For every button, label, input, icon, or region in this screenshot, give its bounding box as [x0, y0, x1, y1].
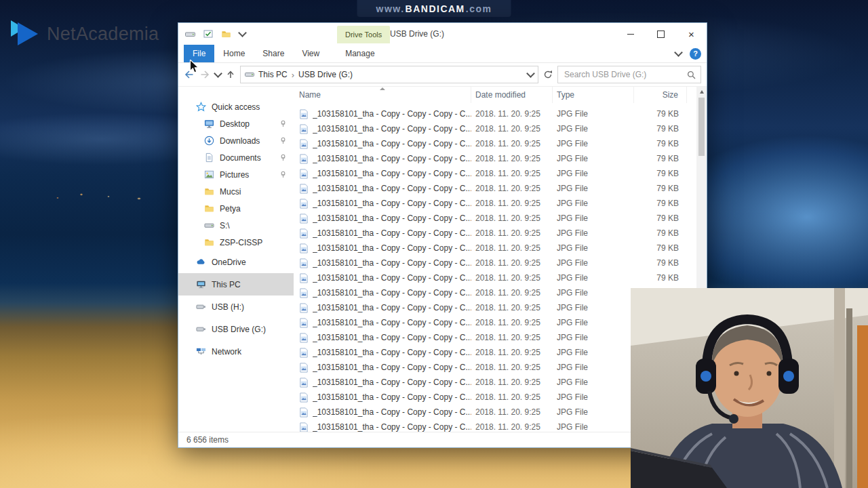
webcam-overlay: [631, 288, 868, 488]
file-size: 79 KB: [634, 214, 687, 223]
file-size: 79 KB: [634, 124, 687, 134]
sidebar-item-mucsi[interactable]: Mucsi: [178, 183, 294, 200]
file-name: _103158101_tha - Copy - Copy - Copy - C.…: [313, 109, 471, 119]
sidebar-item-onedrive[interactable]: OneDrive: [178, 251, 294, 273]
sidebar-item-s[interactable]: S:\: [178, 217, 294, 234]
breadcrumb-this-pc[interactable]: This PC: [258, 70, 288, 79]
maximize-button[interactable]: [646, 23, 676, 45]
new-folder-icon[interactable]: [221, 30, 231, 39]
file-type: JPG File: [553, 214, 634, 223]
scroll-up-icon[interactable]: [696, 87, 707, 96]
file-date: 2018. 11. 20. 9:25: [471, 184, 553, 193]
help-button[interactable]: ?: [690, 48, 701, 60]
sidebar-item-petya[interactable]: Petya: [178, 200, 294, 217]
sidebar-item-label: S:\: [220, 221, 230, 230]
sidebar-item-pictures[interactable]: Pictures: [178, 166, 294, 183]
file-type: JPG File: [553, 184, 634, 193]
jpg-file-icon: [299, 422, 309, 432]
sidebar-item-network[interactable]: Network: [178, 340, 294, 363]
search-icon[interactable]: [687, 70, 696, 79]
file-type: JPG File: [553, 139, 634, 148]
address-dropdown-chevron-icon[interactable]: [526, 69, 535, 78]
file-row[interactable]: _103158101_tha - Copy - Copy - Copy - C.…: [294, 106, 696, 121]
window-title: USB Drive (G:): [390, 23, 444, 45]
minimize-icon: [627, 34, 634, 35]
breadcrumb-usb-drive[interactable]: USB Drive (G:): [298, 70, 353, 79]
tab-share[interactable]: Share: [254, 45, 293, 62]
sidebar-item-desktop[interactable]: Desktop: [178, 115, 294, 132]
search-box: [557, 66, 701, 83]
usb-icon: [196, 324, 206, 334]
file-row[interactable]: _103158101_tha - Copy - Copy - Copy - C.…: [294, 151, 696, 166]
refresh-button[interactable]: [543, 70, 553, 79]
file-row[interactable]: _103158101_tha - Copy - Copy - Copy - C.…: [294, 181, 696, 196]
pin-icon: [279, 120, 287, 127]
jpg-file-icon: [299, 392, 309, 403]
file-size: 79 KB: [634, 109, 687, 119]
pin-icon: [279, 171, 287, 178]
file-row[interactable]: _103158101_tha - Copy - Copy - Copy - C.…: [294, 256, 696, 270]
pc-icon: [196, 279, 206, 289]
properties-icon[interactable]: [203, 29, 213, 39]
expand-ribbon-chevron-icon[interactable]: [674, 48, 683, 57]
jpg-file-icon: [299, 184, 309, 194]
sidebar-item-label: Downloads: [220, 136, 260, 146]
drive-icon: [204, 220, 214, 230]
file-type: JPG File: [553, 333, 634, 342]
file-row[interactable]: _103158101_tha - Copy - Copy - Copy - C.…: [294, 211, 696, 226]
file-row[interactable]: _103158101_tha - Copy - Copy - Copy - C.…: [294, 121, 696, 136]
sort-ascending-icon: [380, 87, 385, 90]
file-date: 2018. 11. 20. 9:25: [471, 169, 553, 178]
file-type: JPG File: [553, 407, 634, 417]
search-input[interactable]: [563, 69, 684, 80]
tab-manage[interactable]: Manage: [336, 45, 383, 62]
file-name: _103158101_tha - Copy - Copy - Copy - C.…: [313, 318, 471, 327]
file-row[interactable]: _103158101_tha - Copy - Copy - Copy - C.…: [294, 226, 696, 241]
tab-home[interactable]: Home: [214, 45, 254, 62]
close-button[interactable]: ×: [676, 23, 707, 45]
sidebar-item-usb-h[interactable]: USB (H:): [178, 296, 294, 318]
file-row[interactable]: _103158101_tha - Copy - Copy - Copy - C.…: [294, 270, 696, 285]
file-date: 2018. 11. 20. 9:25: [471, 273, 553, 283]
system-drive-icon[interactable]: [185, 30, 195, 39]
netacademia-logo: NetAcademia: [9, 19, 159, 49]
scrollbar-thumb[interactable]: [698, 98, 705, 156]
file-type: JPG File: [553, 422, 634, 432]
bandicam-brand: BANDICAM: [406, 3, 465, 14]
column-header-date-modified[interactable]: Date modified: [471, 87, 553, 103]
jpg-file-icon: [299, 303, 309, 313]
sidebar-item-downloads[interactable]: Downloads: [178, 132, 294, 149]
file-row[interactable]: _103158101_tha - Copy - Copy - Copy - C.…: [294, 166, 696, 181]
file-row[interactable]: _103158101_tha - Copy - Copy - Copy - C.…: [294, 136, 696, 151]
file-name-cell: _103158101_tha - Copy - Copy - Copy - C.…: [294, 214, 471, 224]
bandicam-watermark: www. BANDICAM .com: [357, 0, 511, 17]
mouse-cursor: [189, 60, 201, 77]
sidebar-item-zsp-cissp[interactable]: ZSP-CISSP: [178, 234, 294, 251]
file-name: _103158101_tha - Copy - Copy - Copy - C.…: [313, 288, 471, 298]
file-type: JPG File: [553, 124, 634, 134]
file-date: 2018. 11. 20. 9:25: [471, 422, 553, 432]
file-name: _103158101_tha - Copy - Copy - Copy - C.…: [313, 378, 471, 387]
jpg-file-icon: [299, 139, 309, 149]
customize-toolbar-chevron-icon[interactable]: [238, 28, 247, 37]
file-row[interactable]: _103158101_tha - Copy - Copy - Copy - C.…: [294, 196, 696, 211]
star-icon: [196, 102, 206, 112]
file-row[interactable]: _103158101_tha - Copy - Copy - Copy - C.…: [294, 241, 696, 256]
tab-view[interactable]: View: [293, 45, 328, 62]
address-box[interactable]: This PC › USB Drive (G:): [240, 66, 538, 83]
cloud-icon: [196, 257, 206, 267]
sidebar-item-usb-drive-g[interactable]: USB Drive (G:): [178, 318, 294, 340]
drive-tools-tab[interactable]: Drive Tools: [337, 26, 390, 43]
column-header-type[interactable]: Type: [553, 87, 634, 103]
up-button[interactable]: [226, 70, 235, 79]
quick-access-toolbar: [185, 23, 245, 45]
sidebar-item-this-pc[interactable]: This PC: [178, 273, 294, 296]
recent-locations-chevron-icon[interactable]: [214, 69, 222, 78]
file-size: 79 KB: [634, 273, 687, 283]
sidebar-item-quick-access[interactable]: Quick access: [178, 98, 294, 115]
sidebar-item-label: Pictures: [220, 170, 249, 180]
minimize-button[interactable]: [615, 23, 646, 45]
sidebar-item-documents[interactable]: Documents: [178, 149, 294, 166]
file-name: _103158101_tha - Copy - Copy - Copy - C.…: [313, 139, 471, 148]
column-header-size[interactable]: Size: [634, 87, 687, 103]
